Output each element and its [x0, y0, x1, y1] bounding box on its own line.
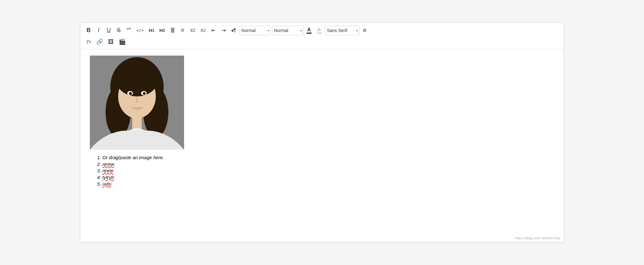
- insert-image-button[interactable]: 🖼: [106, 37, 116, 46]
- subscript-button[interactable]: X2: [188, 26, 197, 35]
- image-block: [90, 56, 554, 151]
- toolbar-row2: Tx 🔗 🖼 🎬: [84, 37, 560, 46]
- insert-video-button[interactable]: 🎬: [117, 37, 128, 46]
- content-list: Or drag/paste an image here. rerew rtret…: [102, 155, 554, 187]
- list-item: rerew: [102, 161, 554, 167]
- svg-point-10: [130, 93, 132, 94]
- h2-button[interactable]: H2: [157, 26, 167, 35]
- italic-button[interactable]: I: [94, 26, 103, 35]
- list-item-text: uytu: [102, 181, 111, 187]
- bold-button[interactable]: B: [84, 26, 93, 35]
- unordered-list-button[interactable]: ≡: [178, 26, 187, 35]
- list-item: Or drag/paste an image here.: [102, 155, 554, 160]
- status-bar: https://blog.csdn.net/seeming: [515, 236, 560, 240]
- indent-left-button[interactable]: ⇤: [209, 26, 218, 35]
- link-button[interactable]: 🔗: [94, 37, 105, 46]
- list-item-text: tytrytr: [102, 175, 114, 180]
- code-button[interactable]: </>: [134, 26, 145, 35]
- font-color-button[interactable]: A: [305, 26, 314, 35]
- ordered-list-button[interactable]: ≣: [168, 26, 177, 35]
- list-item: tytrytr: [102, 175, 554, 180]
- toolbar: B I U S “” </> H1 H2 ≣ ≡ X2: [80, 23, 564, 49]
- quote-button[interactable]: “”: [124, 25, 133, 35]
- font-color-letter: A: [307, 27, 311, 32]
- list-item-text: Or drag/paste an image here.: [102, 155, 164, 160]
- strikethrough-button[interactable]: S: [114, 26, 123, 35]
- clear-format-button[interactable]: Tx: [84, 37, 93, 46]
- superscript-button[interactable]: X2: [199, 26, 208, 35]
- list-item-text: rerew: [102, 161, 114, 167]
- font-family-select[interactable]: Sans Serif Serif Monospace: [327, 28, 357, 33]
- svg-rect-12: [132, 117, 142, 129]
- rtl-button[interactable]: ◂¶: [229, 26, 238, 35]
- status-url: https://blog.csdn.net/seeming: [515, 236, 560, 240]
- svg-point-5: [117, 65, 157, 96]
- list-item-text: rtrete: [102, 168, 113, 173]
- font-highlight-button[interactable]: A: [315, 26, 324, 35]
- more-button[interactable]: ≡: [361, 25, 369, 35]
- font-highlight-bar: [317, 33, 322, 34]
- font-size-select-wrapper[interactable]: Normal Small Large Huge ▾: [272, 26, 303, 35]
- font-color-bar: [307, 33, 312, 34]
- font-highlight-letter: A: [317, 27, 321, 32]
- list-item: rtrete: [102, 168, 554, 173]
- indent-right-button[interactable]: ⇥: [219, 26, 228, 35]
- h1-button[interactable]: H1: [147, 26, 156, 35]
- svg-point-11: [144, 93, 145, 94]
- underline-button[interactable]: U: [104, 26, 113, 35]
- font-size-select[interactable]: Normal Small Large Huge: [274, 28, 301, 33]
- font-family-select-wrapper[interactable]: Sans Serif Serif Monospace ▾: [325, 26, 359, 35]
- editor-content[interactable]: Or drag/paste an image here. rerew rtret…: [80, 49, 564, 238]
- inserted-image: [90, 56, 184, 150]
- editor-container: B I U S “” </> H1 H2 ≣ ≡ X2: [80, 23, 564, 242]
- paragraph-format-select[interactable]: Normal Heading 1 Heading 2 Heading 3 Par…: [242, 28, 269, 33]
- list-item: uytu: [102, 181, 554, 187]
- toolbar-row1: B I U S “” </> H1 H2 ≣ ≡ X2: [84, 25, 560, 35]
- paragraph-format-select-wrapper[interactable]: Normal Heading 1 Heading 2 Heading 3 Par…: [239, 26, 271, 35]
